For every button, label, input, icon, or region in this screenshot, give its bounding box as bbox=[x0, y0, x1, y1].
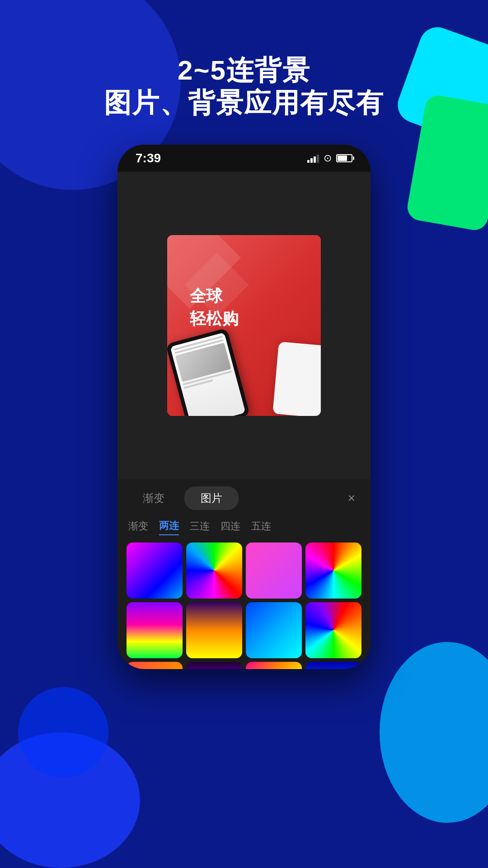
sub-tab-three[interactable]: 三连 bbox=[190, 518, 210, 535]
tab-gradient[interactable]: 渐变 bbox=[127, 486, 181, 510]
color-cell-3[interactable] bbox=[246, 542, 302, 599]
image-preview-area: 全球 轻松购 bbox=[117, 172, 371, 479]
battery-icon bbox=[336, 154, 352, 162]
phone-content: 全球 轻松购 bbox=[117, 172, 371, 669]
bg-shape-bottomright bbox=[380, 642, 488, 823]
signal-bar-2 bbox=[310, 158, 313, 163]
color-cell-1[interactable] bbox=[127, 542, 183, 599]
card-phone2-mockup bbox=[272, 342, 321, 416]
close-button[interactable]: × bbox=[342, 488, 361, 508]
main-tab-bar: 渐变 图片 × bbox=[117, 479, 371, 510]
battery-fill bbox=[338, 156, 347, 161]
signal-bar-4 bbox=[317, 155, 319, 163]
wifi-icon: ⊙ bbox=[324, 152, 332, 164]
color-cell-12[interactable] bbox=[305, 662, 361, 669]
sub-tab-four[interactable]: 四连 bbox=[221, 518, 240, 535]
screen-image bbox=[175, 343, 231, 382]
color-cell-6[interactable] bbox=[186, 602, 242, 658]
color-cell-8[interactable] bbox=[305, 602, 361, 658]
color-cell-11[interactable] bbox=[246, 662, 302, 669]
tab-image[interactable]: 图片 bbox=[184, 486, 239, 510]
signal-icon bbox=[307, 154, 319, 163]
bottom-panel: 渐变 图片 × 渐变 两连 三连 四连 五连 bbox=[117, 479, 371, 669]
color-cell-4[interactable] bbox=[305, 542, 361, 599]
color-cell-2[interactable] bbox=[186, 542, 242, 599]
status-bar: 7:39 ⊙ bbox=[117, 145, 371, 172]
sub-tab-two[interactable]: 两连 bbox=[159, 517, 179, 535]
card-text-line1: 全球 bbox=[190, 285, 239, 307]
header-line1: 2~5连背景 bbox=[0, 54, 488, 87]
sub-tab-five[interactable]: 五连 bbox=[251, 518, 271, 535]
header-text-block: 2~5连背景 图片、背景应用有尽有 bbox=[0, 54, 488, 119]
color-cell-10[interactable] bbox=[186, 662, 242, 669]
signal-bar-3 bbox=[314, 156, 316, 163]
color-grid bbox=[117, 539, 371, 669]
status-time: 7:39 bbox=[136, 151, 161, 165]
color-cell-9[interactable] bbox=[127, 662, 183, 669]
sub-tab-bar: 渐变 两连 三连 四连 五连 bbox=[117, 510, 371, 539]
card-text: 全球 轻松购 bbox=[190, 285, 239, 330]
phone-mockup: 7:39 ⊙ bbox=[117, 145, 371, 669]
signal-bar-1 bbox=[307, 160, 310, 163]
color-cell-5[interactable] bbox=[127, 602, 183, 658]
status-icons: ⊙ bbox=[307, 152, 352, 164]
page-background: 2~5连背景 图片、背景应用有尽有 7:39 ⊙ bbox=[0, 0, 488, 868]
preview-card: 全球 轻松购 bbox=[167, 235, 321, 416]
sub-tab-gradient[interactable]: 渐变 bbox=[128, 518, 148, 535]
color-cell-7[interactable] bbox=[246, 602, 302, 658]
card-text-line2: 轻松购 bbox=[190, 307, 239, 330]
bg-shape-bottomleft2 bbox=[18, 687, 108, 778]
header-line2: 图片、背景应用有尽有 bbox=[0, 87, 488, 119]
